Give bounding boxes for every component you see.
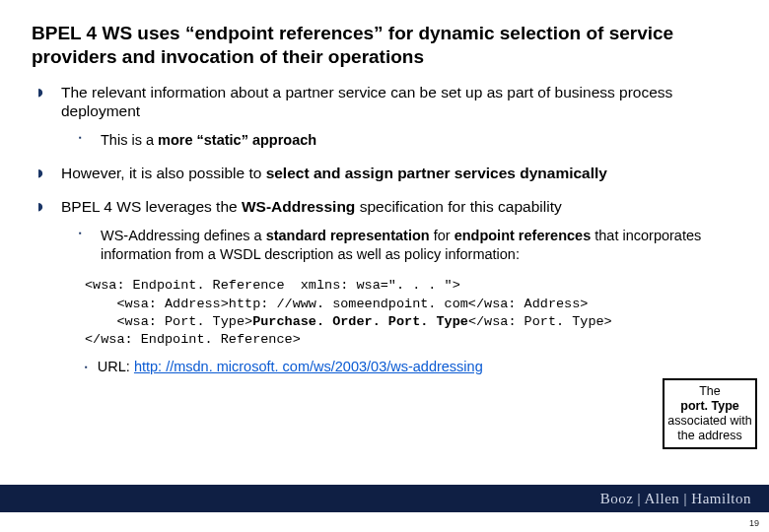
b1s1-bold: more “static” approach [158, 132, 316, 148]
code-block: <wsa: Endpoint. Reference xmlns: wsa=". … [85, 277, 751, 349]
b3s1-d: endpoint references [454, 228, 592, 243]
bullet-1-sublist: This is a more “static” approach [61, 131, 751, 150]
url-line: ▪ URL: http: //msdn. microsoft. com/ws/2… [32, 359, 751, 374]
b3-bold: WS-Addressing [242, 198, 355, 215]
callout-a: The [699, 384, 721, 398]
b2-pre: However, it is also possible to [61, 165, 266, 181]
url-label: URL: [98, 359, 134, 374]
b3-pre: BPEL 4 WS leverages the [61, 198, 242, 215]
bullet-3-sub-1: WS-Addressing defines a standard represe… [97, 227, 751, 264]
footer-brand: Booz | Allen | Hamilton [600, 491, 751, 507]
bullet-3-sublist: WS-Addressing defines a standard represe… [61, 227, 751, 264]
b3-post: specification for this capability [355, 198, 561, 215]
b2-bold: select and assign partner services dynam… [266, 165, 607, 181]
bullet-1: The relevant information about a partner… [55, 83, 751, 151]
b3s1-b: standard representation [266, 228, 430, 243]
callout-box: The port. Type associated with the addre… [663, 378, 757, 449]
ws-addressing-link[interactable]: http: //msdn. microsoft. com/ws/2003/03/… [134, 359, 483, 374]
code-l4: </wsa: Endpoint. Reference> [85, 332, 301, 347]
callout-c: associated with the address [667, 414, 751, 442]
code-l3c: </wsa: Port. Type> [468, 314, 612, 329]
slide: BPEL 4 WS uses “endpoint references” for… [0, 0, 769, 532]
b3s1-c: for [430, 228, 454, 243]
b1s1-pre: This is a [101, 132, 158, 148]
code-l1: <wsa: Endpoint. Reference xmlns: wsa=". … [85, 278, 460, 293]
square-bullet-icon: ▪ [85, 363, 88, 371]
bullet-1-text: The relevant information about a partner… [61, 84, 672, 120]
code-l2: <wsa: Address>http: //www. someendpoint.… [85, 297, 588, 311]
bullet-3: BPEL 4 WS leverages the WS-Addressing sp… [55, 197, 751, 264]
footer-bar: Booz | Allen | Hamilton [0, 485, 769, 512]
code-l3b: Purchase. Order. Port. Type [252, 314, 468, 329]
bullet-1-sub-1: This is a more “static” approach [97, 131, 751, 150]
code-l3a: <wsa: Port. Type> [85, 314, 252, 329]
bullet-list: The relevant information about a partner… [32, 83, 751, 264]
page-number: 19 [749, 518, 759, 528]
bullet-2: However, it is also possible to select a… [55, 164, 751, 183]
b3s1-a: WS-Addressing defines a [101, 228, 266, 243]
slide-title: BPEL 4 WS uses “endpoint references” for… [32, 22, 751, 69]
callout-b: port. Type [680, 399, 739, 413]
